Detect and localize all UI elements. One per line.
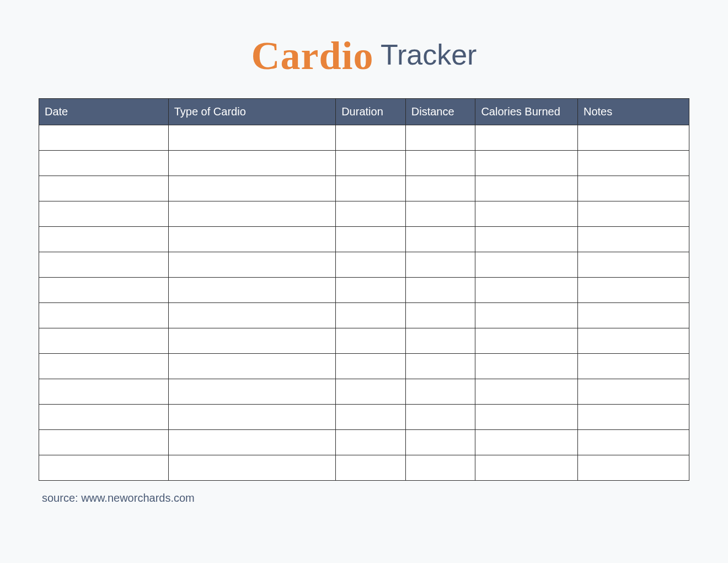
table-cell	[405, 405, 475, 430]
table-cell	[168, 354, 335, 379]
table-cell	[39, 252, 169, 278]
table-cell	[39, 455, 169, 481]
table-cell	[475, 176, 578, 201]
table-cell	[578, 278, 689, 303]
table-row	[39, 455, 689, 481]
tracker-table: Date Type of Cardio Duration Distance Ca…	[39, 98, 689, 481]
table-cell	[578, 227, 689, 252]
table-cell	[39, 227, 169, 252]
table-cell	[336, 354, 406, 379]
table-cell	[475, 405, 578, 430]
table-cell	[475, 151, 578, 176]
table-cell	[39, 278, 169, 303]
table-cell	[168, 379, 335, 405]
table-row	[39, 303, 689, 328]
table-row	[39, 379, 689, 405]
table-cell	[405, 354, 475, 379]
table-cell	[405, 455, 475, 481]
table-row	[39, 354, 689, 379]
table-cell	[578, 354, 689, 379]
table-cell	[475, 430, 578, 455]
table-cell	[168, 303, 335, 328]
table-cell	[168, 201, 335, 227]
table-cell	[475, 125, 578, 151]
table-cell	[475, 354, 578, 379]
table-cell	[168, 328, 335, 354]
table-cell	[39, 201, 169, 227]
table-cell	[578, 430, 689, 455]
table-row	[39, 125, 689, 151]
table-cell	[405, 252, 475, 278]
table-cell	[578, 125, 689, 151]
table-cell	[336, 405, 406, 430]
table-cell	[578, 455, 689, 481]
table-cell	[168, 405, 335, 430]
table-cell	[168, 227, 335, 252]
table-cell	[336, 151, 406, 176]
title-script-word: Cardio	[251, 34, 374, 78]
table-cell	[336, 201, 406, 227]
table-cell	[336, 455, 406, 481]
table-cell	[168, 176, 335, 201]
table-cell	[39, 430, 169, 455]
table-cell	[475, 455, 578, 481]
table-cell	[39, 379, 169, 405]
table-cell	[578, 176, 689, 201]
table-row	[39, 252, 689, 278]
table-row	[39, 201, 689, 227]
table-cell	[405, 176, 475, 201]
title-plain-word: Tracker	[381, 39, 477, 71]
table-cell	[475, 278, 578, 303]
table-cell	[405, 379, 475, 405]
table-cell	[168, 278, 335, 303]
table-body	[39, 125, 689, 481]
table-row	[39, 176, 689, 201]
table-cell	[405, 278, 475, 303]
table-row	[39, 405, 689, 430]
table-cell	[39, 354, 169, 379]
table-cell	[336, 430, 406, 455]
table-cell	[39, 125, 169, 151]
table-cell	[405, 227, 475, 252]
table-header-row: Date Type of Cardio Duration Distance Ca…	[39, 99, 689, 125]
table-cell	[336, 252, 406, 278]
table-cell	[336, 125, 406, 151]
table-cell	[39, 328, 169, 354]
page-title: Cardio Tracker	[39, 33, 689, 79]
table-cell	[336, 328, 406, 354]
table-cell	[336, 278, 406, 303]
table-cell	[578, 303, 689, 328]
source-attribution: source: www.neworchards.com	[39, 492, 689, 504]
table-cell	[336, 303, 406, 328]
header-type: Type of Cardio	[168, 99, 335, 125]
table-cell	[39, 151, 169, 176]
table-cell	[405, 328, 475, 354]
header-notes: Notes	[578, 99, 689, 125]
table-cell	[168, 252, 335, 278]
table-cell	[336, 379, 406, 405]
table-cell	[578, 379, 689, 405]
table-cell	[405, 430, 475, 455]
header-date: Date	[39, 99, 169, 125]
table-cell	[405, 303, 475, 328]
table-cell	[475, 252, 578, 278]
header-duration: Duration	[336, 99, 406, 125]
table-cell	[336, 227, 406, 252]
table-cell	[168, 125, 335, 151]
table-row	[39, 430, 689, 455]
table-cell	[475, 227, 578, 252]
table-row	[39, 328, 689, 354]
table-row	[39, 278, 689, 303]
table-cell	[578, 405, 689, 430]
table-cell	[578, 252, 689, 278]
table-cell	[578, 328, 689, 354]
table-cell	[405, 125, 475, 151]
table-cell	[475, 379, 578, 405]
table-row	[39, 151, 689, 176]
header-calories: Calories Burned	[475, 99, 578, 125]
header-distance: Distance	[405, 99, 475, 125]
table-cell	[405, 151, 475, 176]
table-cell	[578, 151, 689, 176]
table-cell	[475, 303, 578, 328]
table-cell	[475, 328, 578, 354]
